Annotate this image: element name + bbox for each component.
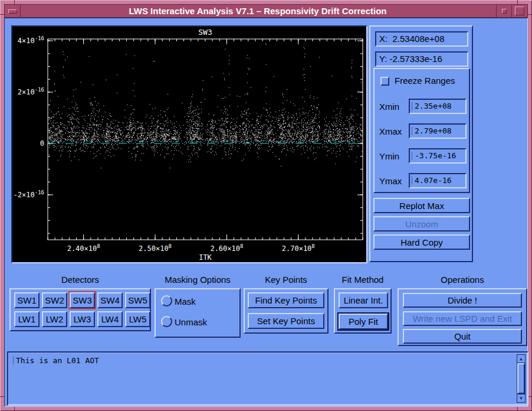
detectors-header: Detectors [9,275,151,285]
fit-method-group: Linear Int. Poly Fit [334,288,392,334]
replot-max-button[interactable]: Replot Max [373,198,470,213]
frame-notch [517,0,518,4]
key-points-group: Find Key Points Set Key Points [244,288,329,334]
frame-notch [14,407,15,411]
detector-button-sw4[interactable]: SW4 [97,292,123,308]
text-cursor [412,177,413,184]
divide-button[interactable]: Divide ! [403,293,522,308]
detector-button-sw5[interactable]: SW5 [125,292,150,308]
frame-notch [528,396,532,397]
window-title: LWS Interactive Analysis V7.1 – Responsi… [22,5,493,17]
window-menu-icon [8,9,17,14]
detector-button-lw1[interactable]: LW1 [14,311,40,327]
ymin-label: Ymin [379,151,399,161]
message-console[interactable]: This is an L01 AOT ▲ ▼ [7,351,528,406]
xmin-label: Xmin [379,102,399,112]
frame-notch [0,14,4,15]
scrollbar-up-icon[interactable]: ▲ [517,355,525,363]
freeze-ranges-label: Freeze Ranges [395,76,455,86]
unzoom-button[interactable]: Unzoom [373,216,470,231]
svg-text:2.40×108: 2.40×108 [67,243,100,253]
hard-copy-button[interactable]: Hard Copy [373,234,470,250]
svg-text:4×10-16: 4×10-16 [18,35,44,45]
svg-text:2.60×108: 2.60×108 [210,243,243,253]
xmax-field[interactable]: 2.79e+08 [409,123,467,139]
linear-int-button[interactable]: Linear Int. [339,292,388,308]
minimize-icon [502,9,507,14]
ymin-field[interactable]: -3.75e-16 [409,148,467,164]
key-points-header: Key Points [244,275,329,285]
scrollbar-thumb[interactable] [517,363,525,394]
cursor-y-readout: Y: -2.57333e-16 [375,51,468,67]
cursor-x-readout: X: 2.53408e+08 [375,31,468,47]
plot-control-panel: X: 2.53408e+08 Y: -2.57333e-16 Freeze Ra… [369,25,473,262]
titlebar[interactable]: LWS Interactive Analysis V7.1 – Responsi… [4,4,528,18]
detector-button-sw1[interactable]: SW1 [14,292,40,308]
scatter-points [48,44,363,168]
maximize-icon [515,6,524,15]
detector-button-lw5[interactable]: LW5 [125,311,150,327]
minimize-button[interactable] [496,5,512,17]
masking-options-header: Masking Options [155,275,241,285]
scatter-plot[interactable]: 2.40×1082.50×1082.60×1082.70×1084×10-162… [11,25,367,263]
scrollbar-down-icon[interactable]: ▼ [517,394,525,402]
mask-label: Mask [175,296,196,306]
svg-text:2.70×108: 2.70×108 [282,243,315,253]
app-window: LWS Interactive Analysis V7.1 – Responsi… [0,0,532,411]
svg-text:-2×10-16: -2×10-16 [14,190,44,199]
operations-group: Divide ! Write new LSPD and Exit Quit [398,288,527,346]
console-scrollbar[interactable]: ▲ ▼ [517,354,526,403]
client-area: 2.40×1082.50×1082.60×1082.70×1084×10-162… [4,18,528,407]
ranges-group: Freeze Ranges Xmin 2.35e+08 Xmax 2.79e+0… [373,68,470,193]
poly-fit-button[interactable]: Poly Fit [339,314,388,330]
unmask-radio[interactable] [161,316,172,327]
detector-button-sw2[interactable]: SW2 [42,292,67,308]
detectors-group: SW1 SW2 SW3 SW4 SW5 LW1 LW2 LW3 LW4 LW5 [9,288,151,331]
frame-notch [517,407,518,411]
unmask-label: Unmask [175,317,207,327]
detector-button-lw4[interactable]: LW4 [97,311,123,327]
ymax-field[interactable]: 4.07e-16 [409,173,467,188]
maximize-button[interactable] [511,5,527,17]
mask-radio[interactable] [161,295,172,306]
quit-button[interactable]: Quit [403,329,522,344]
svg-text:2.50×108: 2.50×108 [139,243,172,253]
text-cursor [412,152,413,159]
fit-method-header: Fit Method [334,275,392,285]
find-key-points-button[interactable]: Find Key Points [248,292,324,308]
svg-text:2×10-16: 2×10-16 [18,87,44,96]
text-cursor [412,127,413,135]
freeze-ranges-checkbox[interactable] [380,77,389,86]
text-cursor [412,102,413,110]
detector-button-lw3[interactable]: LW3 [70,311,95,327]
plot-svg: 2.40×1082.50×1082.60×1082.70×1084×10-162… [12,27,366,262]
frame-notch [528,14,532,15]
write-lspd-exit-button[interactable]: Write new LSPD and Exit [403,311,522,326]
frame-notch [0,396,4,397]
xmin-field[interactable]: 2.35e+08 [409,99,467,114]
window-menu-button[interactable] [5,5,21,17]
svg-text:SW3: SW3 [198,28,212,37]
frame-notch [14,0,15,4]
svg-text:0: 0 [40,139,44,148]
text-cursor [13,357,15,364]
set-key-points-button[interactable]: Set Key Points [248,313,324,329]
ymax-label: Ymax [379,176,402,186]
console-text: This is an L01 AOT [11,356,99,365]
svg-text:ITK: ITK [199,253,212,262]
detector-button-sw3[interactable]: SW3 [70,292,95,308]
masking-options-group: Mask Unmask [155,288,241,338]
detector-button-lw2[interactable]: LW2 [42,311,67,327]
xmax-label: Xmax [379,126,402,136]
operations-header: Operations [398,275,527,285]
